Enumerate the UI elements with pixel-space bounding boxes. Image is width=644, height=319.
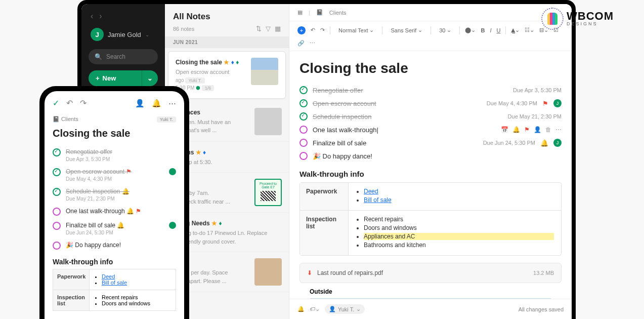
task-due: Due Jun 24, 5:30 PM bbox=[66, 230, 164, 235]
highlight-icon[interactable]: ▲̲⌄ bbox=[511, 27, 520, 33]
flag-icon[interactable]: ⚑ bbox=[524, 126, 530, 133]
progress-tag: 1/6 bbox=[202, 85, 214, 91]
table-row: Inspection list Recent repairsDoors and … bbox=[300, 211, 561, 255]
back-icon[interactable]: ‹ bbox=[91, 12, 93, 21]
phone-tasks: Renegotiate offerDue Apr 3, 5:30 PM Open… bbox=[45, 145, 184, 253]
list-item: Appliances and AC bbox=[364, 233, 554, 240]
more-icon[interactable]: ⋯ bbox=[555, 126, 562, 133]
task-row[interactable]: Finalize bill of sale 🔔Due Jun 24, 5:30 … bbox=[53, 219, 176, 238]
task-row[interactable]: Schedule inspection 🔔Due May 21, 2:30 PM bbox=[53, 185, 176, 205]
task-row[interactable]: One last walk-through 🔔 ⚑ bbox=[53, 205, 176, 219]
note-item[interactable]: Closing the sale ★ ♦ ♦ Open escrow accou… bbox=[168, 51, 286, 99]
task-checkbox[interactable] bbox=[299, 86, 308, 94]
avatar: J bbox=[91, 28, 104, 41]
section-heading: Walk-through info bbox=[45, 258, 184, 266]
calendar-icon[interactable]: 📅 bbox=[501, 126, 508, 133]
tag-icon[interactable]: 🏷⌄ bbox=[310, 306, 320, 312]
delete-icon[interactable]: 🗑 bbox=[545, 126, 551, 133]
task-row[interactable]: One last walk-through|📅🔔⚑👤🗑⋯ bbox=[299, 123, 562, 136]
attachment[interactable]: ⬇ Last round of repairs.pdf 13.2 MB bbox=[299, 263, 562, 283]
person-add-icon[interactable]: 👤 bbox=[135, 99, 145, 108]
task-checkbox[interactable] bbox=[299, 99, 308, 107]
task-actions: 📅🔔⚑👤🗑⋯ bbox=[501, 126, 562, 133]
task-checkbox[interactable] bbox=[53, 242, 61, 250]
format-select[interactable]: Normal Text ⌄ bbox=[335, 25, 377, 35]
filter-icon[interactable]: ▽ bbox=[266, 25, 271, 32]
search-input[interactable]: 🔍 Search bbox=[89, 49, 158, 64]
size-select[interactable]: 30 ⌄ bbox=[436, 25, 454, 35]
more-icon[interactable]: ⋯ bbox=[310, 40, 315, 47]
task-text: Finalize bill of sale bbox=[66, 222, 115, 229]
task-checkbox[interactable] bbox=[299, 126, 308, 134]
assign-icon[interactable]: 👤 bbox=[534, 126, 541, 133]
crumb-text[interactable]: Clients bbox=[61, 116, 78, 122]
task-checkbox[interactable] bbox=[53, 208, 61, 216]
list-item: Recent repairs bbox=[102, 294, 170, 300]
wbcom-logo: WBCOM DESIGNS bbox=[541, 8, 614, 30]
task-checkbox[interactable] bbox=[299, 152, 308, 160]
link[interactable]: Deed bbox=[102, 273, 115, 280]
new-button[interactable]: +New ⌄ bbox=[89, 70, 158, 86]
task-checkbox[interactable] bbox=[53, 148, 61, 156]
task-checkbox[interactable] bbox=[299, 139, 308, 147]
note-title[interactable]: Closing the sale bbox=[299, 60, 562, 76]
task-row[interactable]: Renegotiate offerDue Apr 3, 5:30 PM bbox=[53, 145, 176, 165]
expand-icon[interactable]: ▦ bbox=[297, 9, 303, 16]
undo-icon[interactable]: ↶ bbox=[311, 27, 315, 33]
table-value: DeedBill of sale bbox=[90, 269, 176, 290]
breadcrumb[interactable]: Clients bbox=[329, 10, 347, 16]
view-icon[interactable]: ▦ bbox=[275, 25, 281, 32]
color-icon[interactable]: ⬤⌄ bbox=[465, 27, 476, 33]
bell-icon[interactable]: 🔔 bbox=[512, 126, 520, 133]
table-value: Recent repairsDoors and windows bbox=[90, 290, 176, 310]
bullet-list-icon[interactable]: ☷⌄ bbox=[525, 27, 534, 33]
task-due: Due May 21, 2:30 PM bbox=[508, 113, 562, 119]
bold-icon[interactable]: B bbox=[481, 27, 485, 33]
forward-icon[interactable]: › bbox=[99, 12, 102, 21]
italic-icon[interactable]: I bbox=[490, 27, 491, 33]
notebook-icon: 📓 bbox=[316, 9, 323, 16]
more-icon[interactable]: ⋯ bbox=[168, 99, 176, 108]
table-value: Recent repairsDoors and windowsAppliance… bbox=[349, 211, 561, 255]
task-row[interactable]: Renegotiate offerDue Apr 3, 5:30 PM bbox=[299, 84, 562, 97]
list-item: Bathrooms and kitchen bbox=[364, 242, 554, 249]
note-meta: ago bbox=[176, 77, 184, 83]
task-checkbox[interactable] bbox=[53, 222, 61, 230]
bell-icon[interactable]: 🔔 bbox=[297, 306, 305, 312]
reminder-icon[interactable]: 🔔 bbox=[152, 99, 161, 108]
task-row[interactable]: Open escrow account ⚑Due May 4, 4:30 PM bbox=[53, 165, 176, 185]
task-checkbox[interactable] bbox=[299, 112, 308, 121]
new-dropdown[interactable]: ⌄ bbox=[142, 70, 158, 86]
bulb-icon bbox=[541, 8, 564, 30]
brand-name: WBCOM bbox=[567, 11, 614, 21]
save-status: All changes saved bbox=[519, 306, 564, 312]
assignee-avatar: J bbox=[553, 139, 562, 147]
task-row[interactable]: Schedule inspectionDue May 21, 2:30 PM bbox=[299, 110, 562, 123]
redo-icon[interactable]: ↷ bbox=[80, 98, 87, 108]
task-checkbox[interactable] bbox=[53, 188, 61, 196]
task-row[interactable]: 🎉 Do happy dance! bbox=[299, 149, 562, 163]
check-icon[interactable]: ✓ bbox=[53, 98, 59, 108]
link-icon[interactable]: 🔗 bbox=[297, 40, 305, 47]
task-row[interactable]: Finalize bill of saleDue Jun 24, 5:30 PM… bbox=[299, 136, 562, 149]
phone-title[interactable]: Closing the sale bbox=[45, 128, 184, 145]
user-menu[interactable]: J Jamie Gold ⌄ bbox=[81, 28, 165, 41]
toolbar: + ↶ ↷ Normal Text ⌄ Sans Serif ⌄ 30 ⌄ ⬤⌄… bbox=[289, 21, 572, 51]
task-row[interactable]: Open escrow accountDue May 4, 4:30 PM⚑J bbox=[299, 97, 562, 110]
font-select[interactable]: Sans Serif ⌄ bbox=[388, 25, 425, 35]
task-text: One last walk-through bbox=[66, 208, 125, 215]
link[interactable]: Bill of sale bbox=[364, 196, 392, 204]
task-checkbox[interactable] bbox=[53, 168, 61, 176]
editor-body[interactable]: Closing the sale Renegotiate offerDue Ap… bbox=[289, 51, 572, 299]
author-pill[interactable]: 👤Yuki T.⌄ bbox=[325, 304, 365, 314]
task-text: Finalize bill of sale bbox=[313, 139, 478, 147]
link[interactable]: Deed bbox=[364, 188, 378, 195]
task-row[interactable]: 🎉 Do happy dance! bbox=[53, 238, 176, 253]
undo-icon[interactable]: ↶ bbox=[66, 98, 73, 108]
note-thumbnail: Proceed to Gate E7 bbox=[254, 179, 282, 206]
link[interactable]: Bill of sale bbox=[102, 280, 127, 286]
insert-icon[interactable]: + bbox=[297, 26, 306, 34]
sort-icon[interactable]: ⇅ bbox=[256, 25, 262, 32]
underline-icon[interactable]: U bbox=[497, 27, 501, 33]
redo-icon[interactable]: ↷ bbox=[320, 27, 325, 33]
